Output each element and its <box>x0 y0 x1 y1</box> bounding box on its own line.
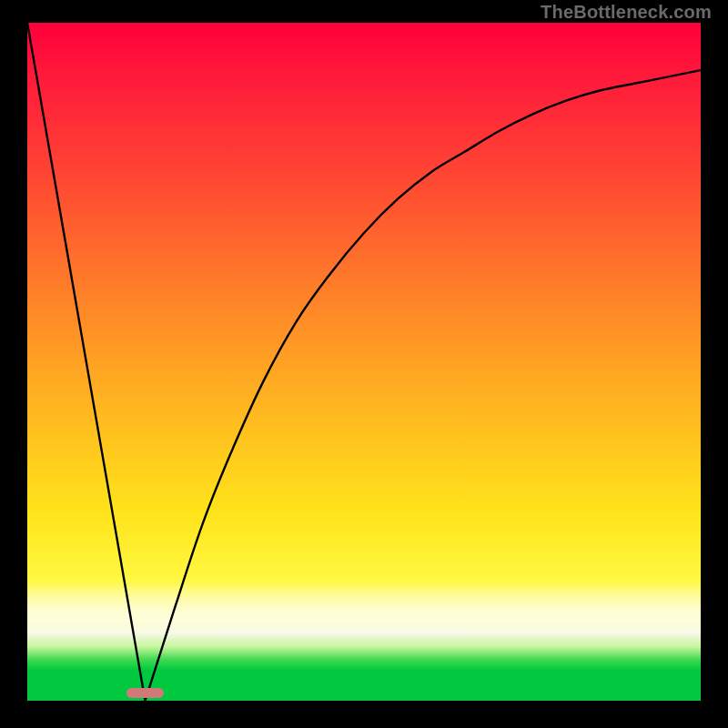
plot-area <box>27 23 701 701</box>
optimal-marker <box>126 688 164 698</box>
watermark-text: TheBottleneck.com <box>541 2 712 23</box>
bottleneck-curve <box>27 23 701 701</box>
curve-svg <box>27 23 701 701</box>
chart-frame: TheBottleneck.com <box>0 0 728 728</box>
